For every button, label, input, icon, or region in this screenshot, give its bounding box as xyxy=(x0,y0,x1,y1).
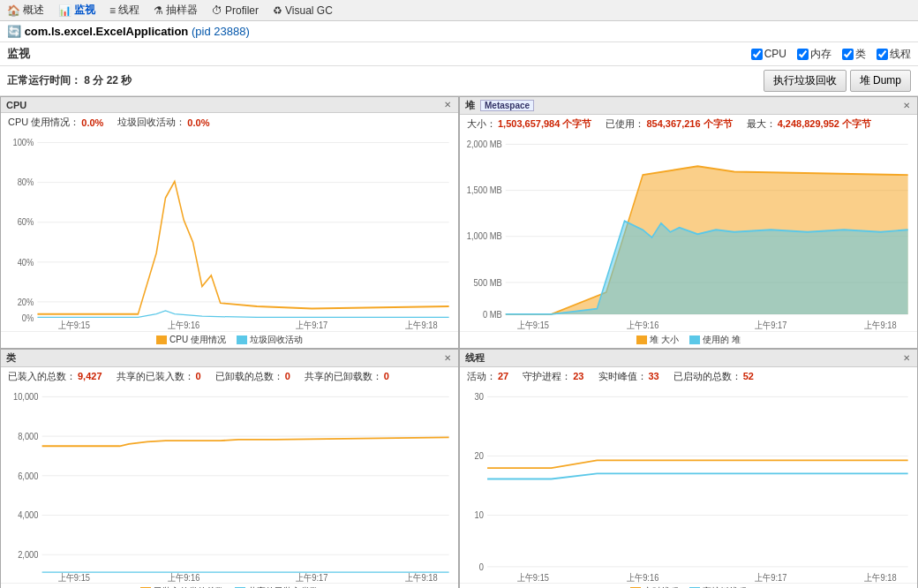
class-panel: 类 ✕ 已装入的总数： 9,427 共享的已装入数： 0 已卸载的总数： 0 共… xyxy=(0,349,459,589)
class-chart-area: 10,000 8,000 6,000 4,000 2,000 上午9:15 上午… xyxy=(1,386,458,584)
cpu-legend-color-2 xyxy=(237,335,247,344)
heap-chart-area: 2,000 MB 1,500 MB 1,000 MB 500 MB 0 MB 上… xyxy=(460,133,917,331)
heap-legend-label-2: 使用的 堆 xyxy=(703,334,741,346)
heap-title: 堆 xyxy=(465,99,475,112)
svg-text:1,500 MB: 1,500 MB xyxy=(467,185,502,196)
svg-text:80%: 80% xyxy=(18,177,34,188)
class-legend: 已装入的类的总数 共享的已装入类数 xyxy=(1,583,458,588)
title-bar: 🔄 com.ls.excel.ExcelApplication (pid 238… xyxy=(0,21,918,42)
svg-text:30: 30 xyxy=(475,391,485,402)
svg-text:上午9:15: 上午9:15 xyxy=(517,320,550,330)
svg-text:2,000: 2,000 xyxy=(18,549,39,560)
heap-close-button[interactable]: ✕ xyxy=(901,101,912,110)
svg-text:100%: 100% xyxy=(12,137,34,147)
monitor-header: 监视 CPU 内存 类 线程 xyxy=(0,42,918,66)
heap-legend: 堆 大小 使用的 堆 xyxy=(460,331,917,348)
svg-text:0 MB: 0 MB xyxy=(483,309,502,320)
svg-text:上午9:17: 上午9:17 xyxy=(755,572,787,583)
class-stats: 已装入的总数： 9,427 共享的已装入数： 0 已卸载的总数： 0 共享的已卸… xyxy=(1,367,458,386)
heap-legend-color-2 xyxy=(689,335,700,344)
cpu-panel: CPU ✕ CPU 使用情况： 0.0% 垃圾回收活动： 0.0% xyxy=(0,96,459,349)
svg-text:上午9:18: 上午9:18 xyxy=(864,572,897,583)
nav-overview[interactable]: 🏠 概述 xyxy=(7,3,44,18)
thread-title: 线程 xyxy=(465,351,485,365)
svg-text:上午9:15: 上午9:15 xyxy=(58,572,91,583)
heap-stats: 大小： 1,503,657,984 个字节 已使用： 854,367,216 个… xyxy=(460,115,917,133)
heap-panel: 堆 Metaspace ✕ 大小： 1,503,657,984 个字节 已使用：… xyxy=(459,96,918,349)
sampler-icon: ⚗ xyxy=(154,4,163,17)
uptime-text: 正常运行时间： 8 分 22 秒 xyxy=(7,73,132,88)
svg-text:6,000: 6,000 xyxy=(18,470,39,480)
svg-text:0: 0 xyxy=(479,561,484,571)
monitor-icon: 📊 xyxy=(58,4,71,17)
thread-stats: 活动： 27 守护进程： 23 实时峰值： 33 已启动的总数： 52 xyxy=(460,367,917,386)
nav-monitor[interactable]: 📊 监视 xyxy=(58,3,95,18)
svg-marker-26 xyxy=(506,221,908,314)
svg-text:10: 10 xyxy=(475,509,485,520)
action-buttons: 执行垃圾回收 堆 Dump xyxy=(764,70,911,92)
thread-icon: ≡ xyxy=(109,4,116,17)
svg-text:上午9:18: 上午9:18 xyxy=(405,572,438,583)
svg-text:上午9:15: 上午9:15 xyxy=(517,572,550,583)
nav-thread[interactable]: ≡ 线程 xyxy=(109,3,139,18)
svg-text:上午9:17: 上午9:17 xyxy=(296,572,328,583)
svg-text:0%: 0% xyxy=(22,313,34,324)
nav-visual-gc[interactable]: ♻ Visual GC xyxy=(273,4,333,17)
svg-text:上午9:16: 上午9:16 xyxy=(627,572,659,583)
svg-text:上午9:15: 上午9:15 xyxy=(58,320,90,330)
cpu-close-button[interactable]: ✕ xyxy=(442,100,453,109)
svg-text:上午9:16: 上午9:16 xyxy=(168,572,200,583)
svg-text:8,000: 8,000 xyxy=(18,431,39,441)
cpu-legend-label-2: 垃圾回收活动 xyxy=(250,334,303,346)
monitor-title: 监视 xyxy=(7,46,30,62)
monitor-checkboxes: CPU 内存 类 线程 xyxy=(751,47,911,62)
gc-button[interactable]: 执行垃圾回收 xyxy=(764,70,847,92)
thread-chart-area: 30 20 10 0 上午9:15 上午9:16 上午9:17 上午9:18 xyxy=(460,386,917,584)
checkbox-cpu[interactable]: CPU xyxy=(751,48,786,60)
svg-text:20: 20 xyxy=(475,450,485,461)
charts-grid: CPU ✕ CPU 使用情况： 0.0% 垃圾回收活动： 0.0% xyxy=(0,96,918,588)
gc-icon: ♻ xyxy=(273,4,282,17)
svg-text:4,000: 4,000 xyxy=(18,509,39,520)
thread-legend: 实时线程 守护抓线程 xyxy=(460,583,917,588)
svg-text:20%: 20% xyxy=(18,297,34,307)
thread-header: 线程 ✕ xyxy=(460,350,917,367)
app-name: com.ls.excel.ExcelApplication xyxy=(25,25,189,38)
class-header: 类 ✕ xyxy=(1,350,458,367)
uptime-bar: 正常运行时间： 8 分 22 秒 执行垃圾回收 堆 Dump xyxy=(0,66,918,96)
checkbox-thread[interactable]: 线程 xyxy=(877,47,911,62)
svg-text:上午9:16: 上午9:16 xyxy=(168,320,199,330)
heap-legend-color-1 xyxy=(636,335,647,344)
svg-text:10,000: 10,000 xyxy=(13,391,39,402)
thread-panel: 线程 ✕ 活动： 27 守护进程： 23 实时峰值： 33 已启动的总数： 52 xyxy=(459,349,918,589)
svg-text:1,000 MB: 1,000 MB xyxy=(467,231,502,242)
cpu-legend-label-1: CPU 使用情况 xyxy=(169,334,226,346)
cpu-chart-area: 100% 80% 60% 40% 20% 0% 上午9:15 上午9:16 上午… xyxy=(1,132,458,331)
nav-profiler[interactable]: ⏱ Profiler xyxy=(212,4,259,17)
cpu-header: CPU ✕ xyxy=(1,97,458,113)
cpu-legend: CPU 使用情况 垃圾回收活动 xyxy=(1,331,458,348)
heap-dump-button[interactable]: 堆 Dump xyxy=(850,70,911,92)
thread-close-button[interactable]: ✕ xyxy=(901,353,912,363)
profiler-icon: ⏱ xyxy=(212,4,222,17)
svg-text:60%: 60% xyxy=(18,217,34,228)
checkbox-class[interactable]: 类 xyxy=(842,47,866,62)
class-close-button[interactable]: ✕ xyxy=(442,353,453,363)
nav-sampler[interactable]: ⚗ 抽样器 xyxy=(154,3,198,18)
pid-label: (pid 23888) xyxy=(192,25,250,38)
svg-text:500 MB: 500 MB xyxy=(474,277,502,288)
cpu-legend-color-1 xyxy=(156,335,167,344)
svg-text:上午9:16: 上午9:16 xyxy=(627,320,659,330)
svg-text:上午9:18: 上午9:18 xyxy=(405,320,437,330)
metaspace-tab[interactable]: Metaspace xyxy=(480,100,534,111)
checkbox-memory[interactable]: 内存 xyxy=(797,47,831,62)
heap-header: 堆 Metaspace ✕ xyxy=(460,97,917,115)
svg-text:40%: 40% xyxy=(18,257,34,268)
top-navigation: 🏠 概述 📊 监视 ≡ 线程 ⚗ 抽样器 ⏱ Profiler ♻ Visual… xyxy=(0,0,918,21)
svg-text:上午9:17: 上午9:17 xyxy=(296,320,327,330)
svg-text:上午9:17: 上午9:17 xyxy=(755,320,787,330)
heap-legend-label-1: 堆 大小 xyxy=(650,334,679,346)
home-icon: 🏠 xyxy=(7,4,20,17)
class-title: 类 xyxy=(6,351,16,365)
cpu-stats: CPU 使用情况： 0.0% 垃圾回收活动： 0.0% xyxy=(1,113,458,132)
